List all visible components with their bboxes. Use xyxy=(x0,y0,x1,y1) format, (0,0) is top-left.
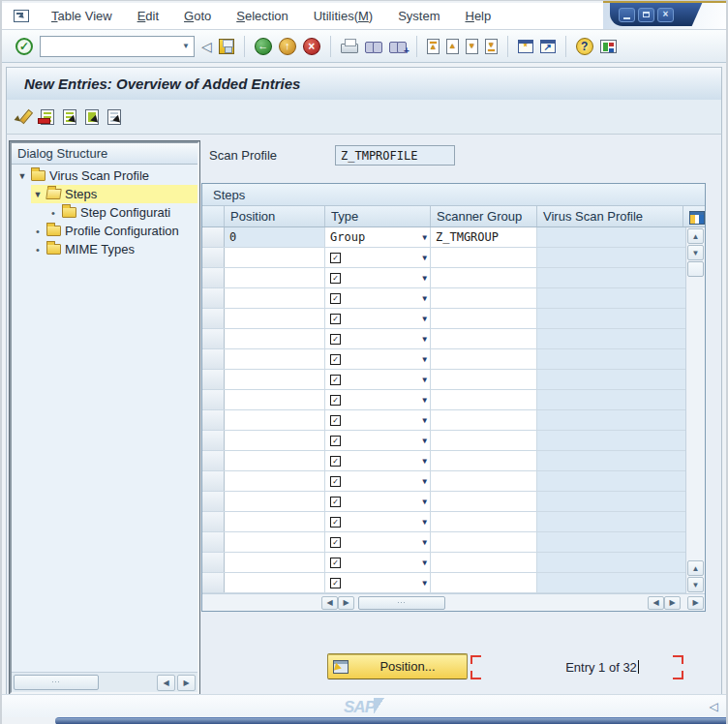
position-cell[interactable] xyxy=(225,431,325,450)
scanner-group-cell[interactable] xyxy=(431,370,537,389)
page-down-icon[interactable]: ▼ xyxy=(466,39,478,54)
scroll-left-button-end[interactable]: ◀ xyxy=(648,596,664,610)
expanded-arrow-icon[interactable]: ▼ xyxy=(33,190,43,199)
type-cell[interactable]: ✓▼ xyxy=(325,532,431,552)
scanner-group-cell[interactable] xyxy=(431,553,537,572)
row-selector[interactable] xyxy=(202,390,225,409)
checkbox-icon[interactable]: ✓ xyxy=(330,314,341,324)
checkbox-icon[interactable]: ✓ xyxy=(330,537,341,548)
find-icon[interactable] xyxy=(365,41,382,52)
page-down-button[interactable]: ▼ xyxy=(687,577,704,592)
checkbox-icon[interactable]: ✓ xyxy=(330,354,341,365)
scrollbar-thumb[interactable] xyxy=(14,675,99,690)
type-cell[interactable]: ✓▼ xyxy=(325,492,431,511)
scanner-group-cell[interactable] xyxy=(431,512,537,531)
position-cell[interactable] xyxy=(225,390,325,409)
deselect-all-icon[interactable] xyxy=(107,109,121,125)
row-selector[interactable] xyxy=(202,227,225,247)
menu-utilities-m[interactable]: Utilities(M) xyxy=(301,6,385,26)
status-bar-expand-icon[interactable]: ◁ xyxy=(710,700,718,713)
column-header-position[interactable]: Position xyxy=(225,206,325,226)
dropdown-arrow-icon[interactable]: ▼ xyxy=(422,518,427,527)
scroll-right-button-end[interactable]: ▶ xyxy=(664,596,681,610)
select-all-icon[interactable] xyxy=(63,109,76,125)
position-cell[interactable] xyxy=(225,329,325,348)
position-cell[interactable] xyxy=(225,512,325,531)
tree-item-mime-types[interactable]: •MIME Types xyxy=(12,240,197,258)
position-cell[interactable] xyxy=(225,532,325,552)
first-page-icon[interactable]: ▲ xyxy=(427,39,440,54)
select-block-icon[interactable] xyxy=(85,109,99,125)
back-icon[interactable]: ← xyxy=(255,38,272,55)
page-up-icon[interactable]: ▲ xyxy=(446,39,459,54)
scanner-group-cell[interactable] xyxy=(431,329,537,348)
row-selector[interactable] xyxy=(202,492,225,511)
cancel-icon[interactable]: × xyxy=(303,38,320,55)
row-selector[interactable] xyxy=(202,431,225,450)
position-cell[interactable] xyxy=(225,410,325,430)
dropdown-arrow-icon[interactable]: ▼ xyxy=(422,498,427,506)
last-page-icon[interactable]: ▼ xyxy=(485,39,498,54)
type-cell[interactable]: ✓▼ xyxy=(325,288,431,308)
checkbox-icon[interactable]: ✓ xyxy=(330,476,341,487)
scroll-right-corner-button[interactable]: ▶ xyxy=(687,596,704,610)
page-up-button[interactable]: ▲ xyxy=(687,560,704,576)
row-selector[interactable] xyxy=(202,288,225,308)
column-header-virus-scan-profile[interactable]: Virus Scan Profile xyxy=(537,206,683,226)
scroll-left-button[interactable]: ◀ xyxy=(321,596,338,610)
position-cell[interactable] xyxy=(225,268,325,287)
maximize-button[interactable] xyxy=(638,8,654,22)
print-icon[interactable] xyxy=(341,44,358,53)
exit-icon[interactable]: ↑ xyxy=(279,38,296,55)
column-header-scanner-group[interactable]: Scanner Group xyxy=(431,206,537,226)
type-cell[interactable]: ✓▼ xyxy=(325,349,431,369)
scanner-group-cell[interactable] xyxy=(431,532,537,552)
row-selector[interactable] xyxy=(202,553,225,572)
help-icon[interactable]: ? xyxy=(576,38,593,55)
menu-system[interactable]: System xyxy=(385,6,452,26)
dropdown-arrow-icon[interactable]: ▼ xyxy=(422,477,427,486)
tree-item-step-configurati[interactable]: •Step Configurati xyxy=(12,203,197,222)
table-horizontal-scrollbar[interactable]: ◀ ▶ ◀ ▶ ▶ xyxy=(202,593,705,611)
scan-profile-field[interactable]: Z_TMPROFILE xyxy=(335,145,455,166)
scanner-group-cell[interactable] xyxy=(431,390,537,409)
dropdown-arrow-icon[interactable]: ▼ xyxy=(422,315,427,323)
scanner-group-cell[interactable] xyxy=(431,451,537,470)
type-value[interactable]: Group xyxy=(330,230,365,244)
row-selector[interactable] xyxy=(202,329,225,348)
scanner-group-cell[interactable] xyxy=(431,268,537,287)
row-selector[interactable] xyxy=(202,451,225,470)
dropdown-arrow-icon[interactable]: ▼ xyxy=(422,457,427,466)
type-cell[interactable]: ✓▼ xyxy=(325,329,431,348)
checkbox-icon[interactable]: ✓ xyxy=(330,273,341,284)
position-cell[interactable] xyxy=(225,492,325,511)
row-selector[interactable] xyxy=(202,471,225,491)
scanner-group-cell[interactable]: Z_TMGROUP xyxy=(431,227,537,247)
command-field[interactable]: ▼ xyxy=(40,36,195,57)
command-input[interactable] xyxy=(41,37,178,56)
dropdown-arrow-icon[interactable]: ▼ xyxy=(422,437,427,445)
scrollbar-thumb[interactable] xyxy=(358,596,445,610)
type-cell[interactable]: ✓▼ xyxy=(325,431,431,450)
row-selector[interactable] xyxy=(202,532,225,552)
dropdown-arrow-icon[interactable]: ▼ xyxy=(422,294,427,303)
scanner-group-cell[interactable] xyxy=(431,288,537,308)
command-dropdown-icon[interactable]: ▼ xyxy=(178,42,194,50)
scanner-group-cell[interactable] xyxy=(431,309,537,328)
type-cell[interactable]: ✓▼ xyxy=(325,268,431,287)
checkbox-icon[interactable]: ✓ xyxy=(330,436,341,446)
type-cell[interactable]: ✓▼ xyxy=(325,370,431,389)
checkbox-icon[interactable]: ✓ xyxy=(330,415,341,426)
tree-item-profile-configuration[interactable]: •Profile Configuration xyxy=(12,222,197,240)
expanded-arrow-icon[interactable]: ▼ xyxy=(17,171,27,181)
enter-icon[interactable]: ✓ xyxy=(15,38,33,55)
type-cell[interactable]: ✓▼ xyxy=(325,471,431,491)
type-cell[interactable]: ✓▼ xyxy=(325,390,431,409)
row-selector[interactable] xyxy=(202,410,225,430)
checkbox-icon[interactable]: ✓ xyxy=(330,497,341,507)
menu-goto[interactable]: Goto xyxy=(171,6,224,26)
scrollbar-thumb[interactable] xyxy=(687,261,704,277)
checkbox-icon[interactable]: ✓ xyxy=(330,578,341,588)
scroll-up-button[interactable]: ▲ xyxy=(687,228,704,244)
checkbox-icon[interactable]: ✓ xyxy=(330,456,341,467)
